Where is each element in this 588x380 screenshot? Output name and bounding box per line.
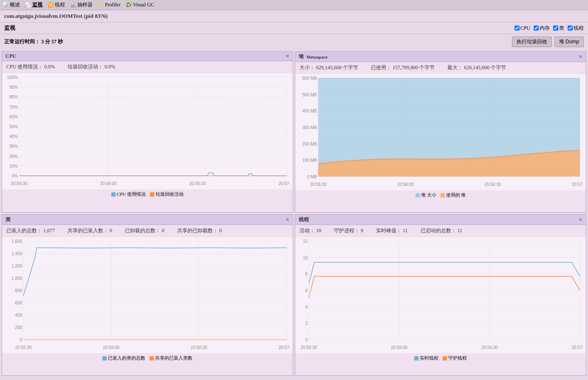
classes-panel: 类 ✕ 已装入的总数： 1,677 共享的已装入数： 0 已卸载的总数： 0 共…	[2, 214, 293, 376]
memory-checkbox-item[interactable]: 内存	[534, 25, 550, 32]
cpu-panel: CPU ✕ CPU 使用情况： 0.0% 垃圾回收活动： 0.0% CPU 使用…	[2, 51, 293, 213]
heap-panel-title: 堆	[299, 53, 304, 60]
heap-legend-size: 堆 大小	[416, 192, 436, 198]
classes-loaded-color	[102, 356, 107, 360]
classes-panel-stats: 已装入的总数： 1,677 共享的已装入数： 0 已卸载的总数： 0 共享的已卸…	[2, 225, 293, 237]
heap-used-stat: 已使用： 157,799,800 个字节	[371, 64, 435, 71]
threads-panel-title: 线程	[299, 216, 309, 223]
memory-checkbox[interactable]	[534, 25, 539, 31]
cpu-panel-close[interactable]: ✕	[286, 53, 289, 59]
cpu-panel-title: CPU	[6, 53, 16, 59]
heap-size-stat: 大小： 629,145,600 个字节	[300, 64, 358, 71]
class-checkbox-item[interactable]: 类	[553, 25, 564, 32]
classes-legend: 已装入的类的总数 共享的已装入类数	[2, 353, 293, 363]
app-title: com.atguigu.jvisualvm.OOMTest (pid 8376)	[4, 13, 107, 19]
classes-shared-color	[150, 356, 154, 360]
classes-panel-close[interactable]: ✕	[286, 217, 289, 222]
runtime-label: 正常运行时间：	[4, 39, 40, 45]
title-bar: com.atguigu.jvisualvm.OOMTest (pid 8376)	[0, 10, 588, 23]
threads-legend: 实时线程 守护线程	[295, 353, 586, 363]
visual-gc-icon: ♻️	[126, 2, 132, 8]
gc-activity-color	[150, 192, 154, 197]
cpu-checkbox[interactable]	[514, 25, 520, 31]
thread-checkbox-label: 线程	[574, 25, 584, 32]
threads-legend-live: 实时线程	[414, 355, 438, 361]
heap-chart-area	[295, 74, 586, 190]
cpu-legend-usage: CPU 使用情况	[111, 191, 146, 197]
classes-legend-loaded: 已装入的类的总数	[102, 355, 145, 361]
main-grid: CPU ✕ CPU 使用情况： 0.0% 垃圾回收活动： 0.0% CPU 使用…	[0, 50, 588, 377]
toolbar-overview[interactable]: 📊 概述	[3, 1, 20, 8]
monitor-checkboxes: CPU 内存 类 线程	[514, 25, 584, 32]
toolbar-profiler[interactable]: ⚡ Profiler	[98, 2, 121, 8]
cpu-usage-color	[111, 192, 116, 197]
heap-panel-close[interactable]: ✕	[579, 54, 582, 59]
classes-shared-unloaded-stat: 共享的已卸载数： 0	[177, 227, 222, 234]
sampler-icon: 🔬	[70, 2, 76, 8]
classes-shared-loaded-stat: 共享的已装入数： 0	[68, 227, 112, 234]
classes-unloaded-stat: 已卸载的总数： 0	[125, 227, 164, 234]
monitor-header: 监视 CPU 内存 类 线程	[0, 23, 588, 34]
cpu-panel-header: CPU ✕	[2, 52, 293, 61]
threads-panel-stats: 活动： 10 守护进程： 9 实时峰值： 11 已启动的总数： 11	[295, 225, 586, 237]
threads-icon: 🔀	[48, 2, 54, 8]
classes-chart	[3, 238, 290, 352]
threads-panel-header: 线程 ✕	[295, 215, 586, 225]
gc-activity-stat: 垃圾回收活动： 0.0%	[68, 63, 115, 70]
cpu-checkbox-label: CPU	[520, 25, 530, 31]
cpu-chart-area	[2, 73, 293, 189]
cpu-panel-stats: CPU 使用情况： 0.0% 垃圾回收活动： 0.0%	[2, 61, 293, 73]
heap-panel-header: 堆 Metaspace ✕	[295, 52, 586, 62]
threads-daemon-stat: 守护进程： 9	[334, 227, 363, 234]
thread-checkbox[interactable]	[568, 25, 573, 31]
runtime-bar: 正常运行时间： 3 分 57 秒 执行垃圾回收 堆 Dump	[0, 34, 588, 50]
runtime-info: 正常运行时间： 3 分 57 秒	[4, 38, 63, 45]
heap-panel-subtitle: Metaspace	[306, 54, 328, 59]
classes-chart-area	[2, 237, 293, 353]
action-buttons: 执行垃圾回收 堆 Dump	[512, 37, 584, 47]
threads-active-stat: 活动： 10	[300, 227, 321, 234]
live-threads-color	[414, 356, 418, 360]
monitor-section-title: 监视	[4, 24, 15, 32]
toolbar: 📊 概述 📈 监视 🔀 线程 🔬 抽样器 ⚡ Profiler ♻️ Visua…	[0, 0, 588, 10]
cpu-chart	[3, 74, 290, 189]
toolbar-visual-gc[interactable]: ♻️ Visual GC	[126, 2, 154, 8]
daemon-threads-color	[443, 356, 447, 360]
toolbar-monitor[interactable]: 📈 监视	[25, 1, 42, 8]
runtime-value: 3 分 57 秒	[41, 39, 63, 45]
heap-chart	[296, 75, 583, 189]
heap-panel: 堆 Metaspace ✕ 大小： 629,145,600 个字节 已使用： 1…	[295, 51, 586, 213]
gc-button[interactable]: 执行垃圾回收	[512, 37, 552, 47]
threads-legend-daemon: 守护线程	[443, 355, 467, 361]
toolbar-sampler[interactable]: 🔬 抽样器	[70, 1, 93, 8]
cpu-legend: CPU 使用情况 垃圾回收活动	[2, 189, 293, 199]
class-checkbox[interactable]	[553, 25, 558, 31]
threads-panel: 线程 ✕ 活动： 10 守护进程： 9 实时峰值： 11 已启动的总数： 11	[295, 214, 586, 376]
thread-checkbox-item[interactable]: 线程	[568, 25, 584, 32]
heap-legend: 堆 大小 使用的 堆	[295, 190, 586, 200]
classes-panel-header: 类 ✕	[2, 215, 293, 225]
heap-dump-button[interactable]: 堆 Dump	[554, 37, 584, 47]
heap-legend-used: 使用的 堆	[441, 192, 466, 198]
threads-chart-area	[295, 237, 586, 353]
toolbar-threads[interactable]: 🔀 线程	[48, 1, 65, 8]
overview-icon: 📊	[3, 2, 8, 8]
heap-panel-stats: 大小： 629,145,600 个字节 已使用： 157,799,800 个字节…	[295, 62, 586, 74]
classes-loaded-stat: 已装入的总数： 1,677	[6, 227, 55, 234]
monitor-icon: 📈	[25, 2, 31, 8]
cpu-usage-stat: CPU 使用情况： 0.0%	[6, 63, 55, 70]
cpu-checkbox-item[interactable]: CPU	[514, 25, 530, 31]
memory-checkbox-label: 内存	[540, 25, 550, 32]
threads-peak-stat: 实时峰值： 11	[376, 227, 408, 234]
classes-legend-shared: 共享的已装入类数	[150, 355, 192, 361]
heap-size-color	[416, 193, 420, 197]
heap-used-color	[441, 193, 445, 197]
heap-max-stat: 最大： 629,145,600 个字节	[447, 64, 506, 71]
threads-started-stat: 已启动的总数： 11	[421, 227, 463, 234]
classes-panel-title: 类	[6, 216, 11, 223]
threads-chart	[296, 238, 583, 352]
cpu-legend-gc: 垃圾回收活动	[150, 191, 184, 197]
profiler-icon: ⚡	[98, 2, 104, 8]
threads-panel-close[interactable]: ✕	[579, 217, 582, 222]
class-checkbox-label: 类	[559, 25, 564, 32]
